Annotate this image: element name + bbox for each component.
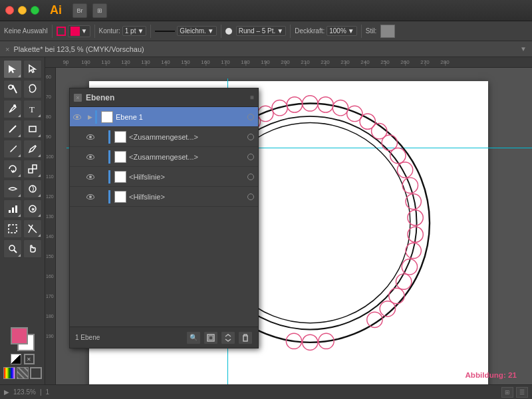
layer-target-item2[interactable] <box>243 154 258 160</box>
layers-panel: × Ebenen ≡ ▶ Ebene 1 <box>69 88 259 348</box>
layer-row-item4[interactable]: <Hilfslinie> <box>70 187 258 207</box>
svg-line-0 <box>13 85 17 93</box>
search-layers-button[interactable]: 🔍 <box>186 331 201 344</box>
layers-panel-close[interactable]: × <box>74 94 82 102</box>
tab-close-button[interactable]: × <box>5 45 9 53</box>
view-mode-button[interactable]: ⊞ <box>501 387 513 398</box>
layers-panel-title: Ebenen <box>86 93 114 102</box>
opacity-dropdown[interactable]: 100% ▼ <box>327 26 356 36</box>
direct-select-tool[interactable] <box>23 60 42 78</box>
round-dropdown[interactable]: Rund – 5 Pt. ▼ <box>236 26 287 36</box>
canvas-area[interactable]: 90 100 110 120 130 140 150 160 170 180 1… <box>45 57 532 384</box>
ruler-mark: 210 <box>295 59 315 65</box>
target-circle <box>247 134 254 140</box>
artboard-tool[interactable] <box>3 219 22 238</box>
symbol-tool[interactable]: ⁕ <box>23 200 42 218</box>
magic-wand-tool[interactable] <box>3 80 22 98</box>
delete-layer-button[interactable] <box>238 331 253 344</box>
stroke-weight-dropdown[interactable]: 1 pt ▼ <box>122 26 147 36</box>
target-circle <box>247 174 254 180</box>
ruler-vertical: 60 70 80 90 100 110 120 130 140 150 160 … <box>45 68 56 384</box>
lasso-tool[interactable] <box>23 80 42 98</box>
layer-target-item3[interactable] <box>243 174 258 180</box>
new-layer-icon <box>207 334 215 342</box>
fill-stroke-section: ▼ <box>57 25 90 37</box>
layer-target-item4[interactable] <box>243 194 258 200</box>
layers-panel-menu[interactable]: ≡ <box>250 94 254 101</box>
layer-target-layer1[interactable] <box>243 114 258 120</box>
bridge-icon[interactable]: Br <box>72 3 87 18</box>
layer-color-bar <box>108 190 110 203</box>
layer-row-item2[interactable]: <Zusammengeset...> <box>70 147 258 167</box>
select-tool[interactable] <box>3 60 22 78</box>
layer-visibility-item4[interactable] <box>83 194 98 200</box>
round-arrow: ▼ <box>277 27 283 35</box>
ruler-mark: 200 <box>275 59 295 65</box>
zoom-tool[interactable] <box>3 239 22 258</box>
foreground-background-swatches[interactable] <box>11 327 35 351</box>
traffic-lights <box>5 6 39 15</box>
hand-tool[interactable] <box>23 239 42 258</box>
rotate-tool[interactable] <box>3 160 22 178</box>
close-button[interactable] <box>5 6 14 15</box>
fill-dropdown-arrow: ▼ <box>81 27 88 35</box>
brush-tool[interactable] <box>3 140 22 158</box>
fullscreen-button[interactable] <box>31 6 39 15</box>
rect-tool[interactable] <box>23 120 42 138</box>
tool-row-8: ⁕ <box>3 200 42 218</box>
layer-visibility-layer1[interactable] <box>70 114 84 120</box>
chart-tool[interactable] <box>3 200 22 218</box>
document-canvas[interactable]: Abbildung: 21 × Ebenen ≡ ▶ <box>56 68 532 384</box>
layers-panel-body: ▶ Ebene 1 <box>70 107 258 327</box>
layer-visibility-item3[interactable] <box>83 174 98 180</box>
layer-row-item1[interactable]: <Zusammengeset...> <box>70 127 258 147</box>
layer-visibility-item1[interactable] <box>83 134 98 140</box>
color-mode-icon[interactable] <box>3 367 15 379</box>
fill-dropdown[interactable]: ▼ <box>68 25 90 37</box>
stroke-indicator[interactable] <box>57 27 66 36</box>
layer-row-item3[interactable]: <Hilfslinie> <box>70 167 258 187</box>
layer-name-item3: <Hilfslinie> <box>129 173 243 181</box>
eye-icon <box>86 134 94 140</box>
title-bar: Ai Br ⊞ <box>0 0 532 21</box>
layer-row-layer1[interactable]: ▶ Ebene 1 <box>70 107 258 127</box>
grid-icon[interactable]: ⊞ <box>92 3 107 18</box>
none-color-icon[interactable]: ✕ <box>24 354 35 364</box>
foreground-swatch[interactable] <box>11 327 28 344</box>
line-style-section: Gleichm. ▼ <box>155 26 216 36</box>
line-style-dropdown[interactable]: Gleichm. ▼ <box>177 26 216 36</box>
arrange-button[interactable]: ☰ <box>516 387 528 398</box>
stroke-section: Kontur: 1 pt ▼ <box>99 26 147 36</box>
pencil-tool[interactable] <box>23 140 42 158</box>
eye-icon <box>86 154 94 160</box>
text-tool[interactable]: T <box>23 100 42 118</box>
layers-panel-footer: 1 Ebene 🔍 <box>70 327 258 348</box>
style-label: Stil: <box>366 27 377 35</box>
width-tool[interactable] <box>3 180 22 198</box>
ruler-mark: 110 <box>96 59 116 65</box>
tool-row-3: T <box>3 100 42 118</box>
layer-name-layer1: Ebene 1 <box>116 113 243 121</box>
none-icon[interactable] <box>30 367 42 379</box>
warp-tool[interactable] <box>23 180 42 198</box>
line-tool[interactable] <box>3 120 22 138</box>
layer-name-item1: <Zusammengeset...> <box>129 133 243 141</box>
gradient-icon[interactable] <box>17 367 29 379</box>
line-style-arrow: ▼ <box>207 27 214 35</box>
ruler-mark: 250 <box>375 59 395 65</box>
style-swatch[interactable] <box>380 25 395 38</box>
move-layer-button[interactable] <box>221 331 235 344</box>
swap-colors-icon[interactable] <box>11 354 21 364</box>
svg-rect-7 <box>33 165 37 169</box>
layer-visibility-item2[interactable] <box>83 154 98 160</box>
tool-row-6 <box>3 160 42 178</box>
pen-tool[interactable] <box>3 100 22 118</box>
layers-panel-header: × Ebenen ≡ <box>70 88 258 107</box>
layer-target-item1[interactable] <box>243 134 258 140</box>
svg-rect-63 <box>209 336 213 340</box>
slice-tool[interactable] <box>23 219 42 238</box>
scale-tool[interactable] <box>23 160 42 178</box>
layer-expand-layer1[interactable]: ▶ <box>84 114 95 120</box>
new-layer-button[interactable] <box>203 331 218 344</box>
minimize-button[interactable] <box>18 6 27 15</box>
